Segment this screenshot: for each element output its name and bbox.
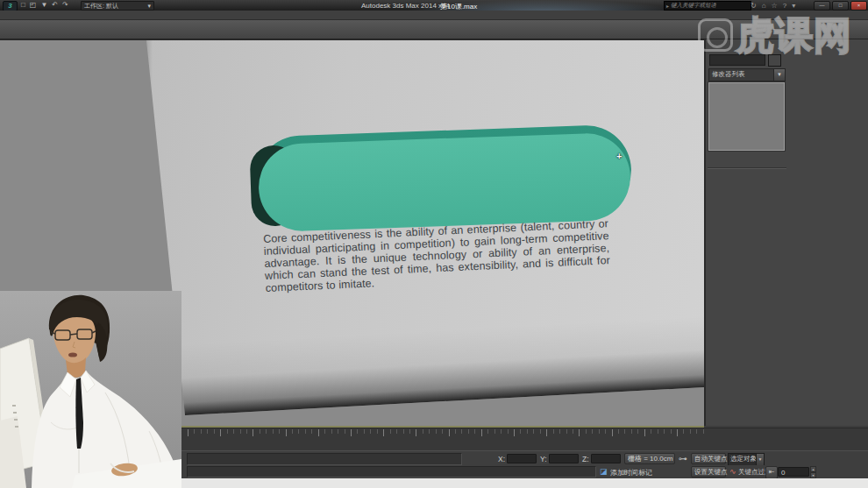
- mouth: [68, 352, 77, 357]
- selection-set-value: 选定对象: [729, 455, 756, 463]
- minimize-button[interactable]: —: [814, 1, 830, 11]
- favorites-icon[interactable]: ☆: [772, 2, 778, 10]
- mouse-cursor: +: [616, 151, 622, 161]
- add-time-tag-label[interactable]: 添加时间标记: [610, 468, 652, 477]
- z-coordinate-field[interactable]: [591, 454, 621, 463]
- y-label: Y:: [540, 455, 547, 463]
- modifier-list-label: 修改器列表: [709, 69, 773, 81]
- chevron-down-icon: ▾: [147, 2, 151, 10]
- home-icon[interactable]: ⌂: [762, 2, 766, 10]
- y-coordinate-field[interactable]: [549, 454, 579, 463]
- modifier-stack-list[interactable]: [708, 82, 785, 151]
- current-frame-field[interactable]: 0: [778, 467, 809, 477]
- key-icon: ⊶: [679, 454, 687, 463]
- prompt-line-2: [187, 466, 596, 477]
- set-key-button[interactable]: 设置关键点: [691, 466, 726, 477]
- communication-center-icon[interactable]: ↻: [751, 2, 757, 10]
- capsule-object[interactable]: [257, 132, 631, 233]
- search-placeholder: 键入关键字或短语: [671, 2, 716, 10]
- status-prompt-line: [187, 453, 462, 465]
- search-arrow-icon: ▸: [666, 3, 669, 9]
- main-toolbar: [0, 20, 868, 39]
- redo-icon[interactable]: ↷: [62, 1, 68, 10]
- infocenter-menu-icon[interactable]: ▾: [792, 2, 795, 10]
- panel-divider: [708, 167, 786, 168]
- help-icon[interactable]: ?: [783, 2, 786, 10]
- save-file-icon[interactable]: ▼: [40, 1, 47, 10]
- command-panel: 修改器列表 ▼: [704, 39, 868, 426]
- quick-access-toolbar: □◰▼↶↷: [21, 0, 68, 11]
- modifier-list-dropdown[interactable]: 修改器列表 ▼: [708, 68, 786, 81]
- time-tag-icon: ◪: [600, 467, 608, 476]
- x-coordinate-field[interactable]: [507, 454, 537, 463]
- app-title: Autodesk 3ds Max 2014 x64: [361, 2, 450, 10]
- new-file-icon[interactable]: □: [21, 1, 25, 10]
- key-filter-wave-icon: ∿: [729, 467, 736, 476]
- page-bottom-shadow: [159, 314, 704, 421]
- infocenter-search[interactable]: ▸ 键入关键字或短语: [664, 1, 751, 11]
- chevron-down-icon: ▼: [756, 454, 764, 465]
- workspace-dropdown[interactable]: 工作区: 默认▾: [81, 1, 154, 11]
- presenter-webcam: [0, 291, 181, 488]
- 3dsmax-window: 3 □◰▼↶↷ 工作区: 默认▾ Autodesk 3ds Max 2014 x…: [0, 0, 868, 488]
- chevron-down-icon: ▼: [773, 69, 785, 81]
- frame-spinner[interactable]: ▴▾: [810, 466, 816, 477]
- close-button[interactable]: ×: [850, 1, 867, 11]
- x-label: X:: [498, 455, 505, 463]
- major-ticks: [188, 429, 707, 436]
- object-color-swatch[interactable]: [768, 54, 781, 67]
- title-bar: 3 □◰▼↶↷ 工作区: 默认▾ Autodesk 3ds Max 2014 x…: [0, 0, 868, 11]
- window-controls: —□×: [814, 0, 867, 11]
- menu-bar: [0, 11, 868, 20]
- auto-key-button[interactable]: 自动关键点: [691, 453, 726, 464]
- z-label: Z:: [582, 455, 589, 463]
- infocenter-icons: ↻⌂☆?▾: [751, 0, 795, 11]
- open-file-icon[interactable]: ◰: [30, 1, 37, 10]
- selection-set-dropdown[interactable]: 选定对象 ▼: [728, 453, 765, 466]
- maximize-button[interactable]: □: [832, 1, 849, 11]
- grid-size-readout: 栅格 = 10.0cm: [624, 453, 675, 464]
- workspace-label: 工作区: 默认: [84, 2, 118, 10]
- object-name-field[interactable]: [709, 54, 765, 66]
- undo-icon[interactable]: ↶: [52, 1, 58, 10]
- key-mode-toggle[interactable]: ⇤: [765, 466, 778, 479]
